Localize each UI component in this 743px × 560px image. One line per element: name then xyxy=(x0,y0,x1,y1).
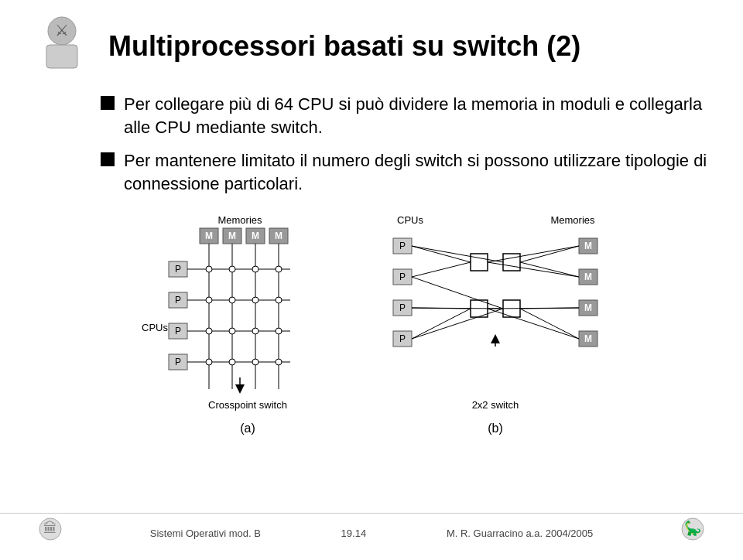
svg-text:P: P xyxy=(399,241,406,251)
svg-point-36 xyxy=(252,328,259,334)
svg-text:M: M xyxy=(205,230,213,241)
svg-line-71 xyxy=(412,262,471,277)
svg-point-27 xyxy=(206,297,212,303)
footer: 🏛 Sistemi Operativi mod. B 19.14 M. R. G… xyxy=(0,513,743,552)
header: ⚔ Multiprocessori basati su switch (2) xyxy=(31,15,712,77)
svg-line-70 xyxy=(412,246,503,262)
svg-text:P: P xyxy=(175,264,181,275)
crosspoint-svg: Memories M M M M CPUs xyxy=(139,211,356,420)
svg-text:2x2 switch: 2x2 switch xyxy=(472,399,519,411)
bullet-text-2: Per mantenere limitato il numero degli s… xyxy=(124,149,712,195)
svg-point-21 xyxy=(229,266,235,272)
svg-point-30 xyxy=(276,297,282,303)
svg-point-20 xyxy=(206,266,212,272)
svg-point-44 xyxy=(276,359,282,365)
bullet-icon-1 xyxy=(101,96,115,110)
slide: ⚔ Multiprocessori basati su switch (2) P… xyxy=(0,0,743,560)
svg-point-42 xyxy=(229,359,235,365)
svg-point-41 xyxy=(206,359,212,365)
bullet-icon-2 xyxy=(101,152,115,166)
svg-text:P: P xyxy=(399,333,406,344)
svg-point-37 xyxy=(276,328,282,334)
footer-logo-left: 🏛 xyxy=(31,514,70,552)
footer-logo-right: 🦕 xyxy=(673,514,712,552)
svg-line-82 xyxy=(488,309,579,339)
svg-line-75 xyxy=(412,309,471,339)
footer-right: M. R. Guarracino a.a. 2004/2005 xyxy=(447,528,593,539)
svg-point-22 xyxy=(252,266,259,272)
svg-line-69 xyxy=(412,246,471,262)
svg-point-23 xyxy=(276,266,282,272)
svg-text:P: P xyxy=(399,302,406,313)
svg-line-76 xyxy=(412,309,503,339)
svg-text:M: M xyxy=(275,230,282,241)
svg-rect-65 xyxy=(471,254,488,271)
svg-text:M: M xyxy=(584,271,592,282)
diagram-a: Memories M M M M CPUs xyxy=(139,211,356,435)
svg-text:M: M xyxy=(228,230,236,241)
svg-text:P: P xyxy=(175,295,181,306)
bullet-2: Per mantenere limitato il numero degli s… xyxy=(101,149,712,195)
svg-text:CPUs: CPUs xyxy=(397,214,423,226)
svg-point-29 xyxy=(252,297,259,303)
svg-line-80 xyxy=(520,262,579,277)
svg-text:M: M xyxy=(252,230,259,241)
svg-point-34 xyxy=(206,328,212,334)
svg-rect-67 xyxy=(503,254,520,271)
diagram-a-sublabel: (a) xyxy=(240,422,255,435)
svg-text:P: P xyxy=(399,271,406,282)
svg-text:🏛: 🏛 xyxy=(43,520,57,536)
svg-text:Memories: Memories xyxy=(550,214,595,226)
svg-text:M: M xyxy=(584,241,592,251)
svg-point-43 xyxy=(252,359,259,365)
header-logo: ⚔ xyxy=(31,15,93,77)
bullet-1: Per collegare più di 64 CPU si può divid… xyxy=(101,93,712,138)
svg-line-72 xyxy=(412,277,503,309)
twobytwo-svg: CPUs Memories P P P P M M xyxy=(387,211,604,420)
svg-text:M: M xyxy=(584,333,592,344)
footer-left: Sistemi Operativi mod. B xyxy=(150,528,261,539)
svg-line-79 xyxy=(520,246,579,262)
svg-text:Memories: Memories xyxy=(217,214,262,226)
svg-line-78 xyxy=(488,262,579,277)
svg-line-77 xyxy=(488,246,579,262)
page-title: Multiprocessori basati su switch (2) xyxy=(108,30,580,63)
svg-text:M: M xyxy=(584,302,592,313)
svg-text:P: P xyxy=(175,357,181,367)
footer-center: 19.14 xyxy=(341,528,367,539)
svg-text:🦕: 🦕 xyxy=(684,520,702,537)
bullet-text-1: Per collegare più di 64 CPU si può divid… xyxy=(124,93,712,138)
diagram-b: CPUs Memories P P P P M M xyxy=(387,211,604,435)
diagram-b-sublabel: (b) xyxy=(488,422,503,435)
svg-point-35 xyxy=(229,328,235,334)
svg-line-84 xyxy=(520,309,579,339)
svg-text:Crosspoint switch: Crosspoint switch xyxy=(208,399,287,411)
svg-text:CPUs: CPUs xyxy=(142,322,168,333)
diagrams-area: Memories M M M M CPUs xyxy=(31,211,712,435)
svg-text:⚔: ⚔ xyxy=(55,22,69,39)
bullet-list: Per collegare più di 64 CPU si può divid… xyxy=(101,93,712,196)
svg-text:P: P xyxy=(175,326,181,336)
svg-point-28 xyxy=(229,297,235,303)
svg-rect-2 xyxy=(46,45,77,68)
